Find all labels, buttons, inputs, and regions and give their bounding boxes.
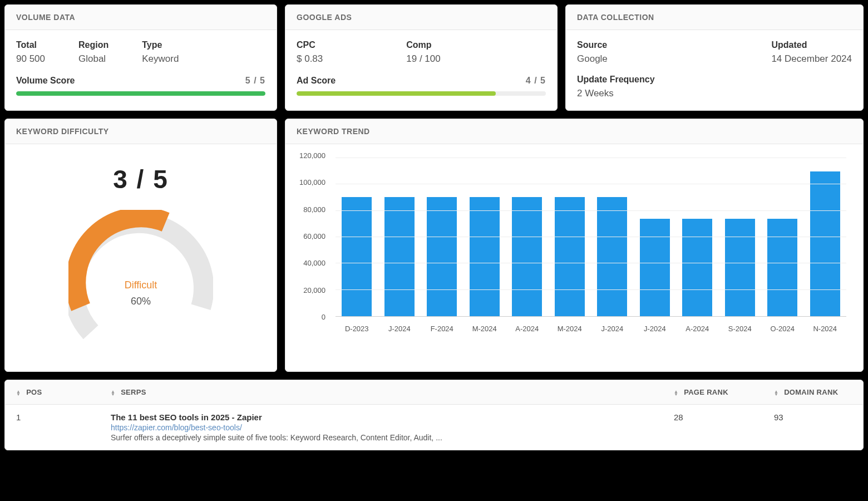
y-tick: 40,000 bbox=[292, 259, 326, 267]
score-value: 5 / 5 bbox=[245, 76, 265, 86]
bar bbox=[555, 197, 585, 316]
keyword-difficulty-card: KEYWORD DIFFICULTY 3 / 5 Difficult 60% bbox=[4, 119, 277, 372]
metric-label: Total bbox=[16, 40, 45, 50]
metric-value: Keyword bbox=[142, 53, 179, 65]
metric-value: 19 / 100 bbox=[406, 53, 440, 65]
x-label: J-2024 bbox=[378, 320, 421, 339]
x-label: S-2024 bbox=[719, 320, 762, 339]
bar-col bbox=[676, 158, 719, 316]
sort-icon: ▲▼ bbox=[774, 390, 778, 396]
bar-col bbox=[591, 158, 634, 316]
score-label: Ad Score bbox=[297, 76, 336, 86]
card-header: GOOGLE ADS bbox=[285, 5, 557, 30]
bar bbox=[640, 219, 670, 316]
bar bbox=[342, 197, 372, 316]
bar bbox=[810, 171, 840, 316]
metric-cpc: CPC $ 0.83 bbox=[297, 40, 323, 65]
metric-label: Updated bbox=[771, 40, 852, 50]
serp-desc: Surfer offers a deceptively simple suite… bbox=[111, 433, 652, 442]
score-label: Volume Score bbox=[16, 76, 75, 86]
cell-pos: 1 bbox=[5, 405, 100, 450]
score-value: 4 / 5 bbox=[526, 76, 546, 86]
sort-icon: ▲▼ bbox=[16, 390, 21, 396]
serp-url[interactable]: https://zapier.com/blog/best-seo-tools/ bbox=[111, 423, 652, 432]
bar-fill bbox=[16, 91, 265, 96]
bar bbox=[470, 197, 500, 316]
card-header: KEYWORD DIFFICULTY bbox=[5, 119, 277, 144]
bar-fill bbox=[297, 91, 496, 96]
bar bbox=[725, 219, 755, 316]
y-tick: 80,000 bbox=[292, 205, 326, 213]
volume-data-card: VOLUME DATA Total 90 500 Region Global T… bbox=[4, 4, 277, 111]
volume-score-bar bbox=[16, 91, 265, 96]
x-label: F-2024 bbox=[421, 320, 463, 339]
col-header-pos[interactable]: ▲▼ POS bbox=[5, 380, 100, 405]
metric-total: Total 90 500 bbox=[16, 40, 45, 65]
metric-value: 90 500 bbox=[16, 53, 45, 65]
y-tick: 100,000 bbox=[292, 178, 326, 186]
bar bbox=[512, 197, 542, 316]
metric-value: 2 Weeks bbox=[577, 88, 852, 99]
x-label: M-2024 bbox=[463, 320, 506, 339]
google-ads-card: GOOGLE ADS CPC $ 0.83 Comp 19 / 100 Ad S… bbox=[285, 4, 558, 111]
metric-comp: Comp 19 / 100 bbox=[406, 40, 440, 65]
sort-icon: ▲▼ bbox=[111, 390, 115, 396]
ad-score-bar bbox=[297, 91, 546, 96]
x-label: J-2024 bbox=[634, 320, 677, 339]
metric-region: Region Global bbox=[78, 40, 108, 65]
metric-value: Global bbox=[78, 53, 108, 65]
x-label: M-2024 bbox=[549, 320, 591, 339]
difficulty-label: Difficult bbox=[125, 279, 157, 291]
metric-label: Region bbox=[78, 40, 108, 50]
x-label: J-2024 bbox=[591, 320, 634, 339]
cell-page-rank: 28 bbox=[663, 405, 763, 450]
cell-serp: The 11 best SEO tools in 2025 - Zapierht… bbox=[100, 405, 663, 450]
bar bbox=[767, 219, 797, 316]
y-tick: 120,000 bbox=[292, 151, 326, 160]
serps-table-card: ▲▼ POS ▲▼ SERPS ▲▼ PAGE RANK ▲▼ DOMAIN R… bbox=[4, 380, 864, 450]
bar-col bbox=[634, 158, 677, 316]
col-header-serps[interactable]: ▲▼ SERPS bbox=[100, 380, 663, 405]
x-label: D-2023 bbox=[336, 320, 378, 339]
metric-value: 14 December 2024 bbox=[771, 53, 852, 65]
bar-col bbox=[463, 158, 506, 316]
col-header-page-rank[interactable]: ▲▼ PAGE RANK bbox=[663, 380, 763, 405]
bar-col bbox=[549, 158, 591, 316]
metric-frequency: Update Frequency 2 Weeks bbox=[577, 75, 852, 99]
bar-col bbox=[421, 158, 463, 316]
metric-label: Source bbox=[577, 40, 608, 50]
card-header: KEYWORD TREND bbox=[285, 119, 863, 144]
y-tick: 60,000 bbox=[292, 232, 326, 240]
bar-col bbox=[761, 158, 804, 316]
bar bbox=[682, 219, 712, 316]
keyword-trend-card: KEYWORD TREND 020,00040,00060,00080,0001… bbox=[285, 119, 864, 372]
metric-type: Type Keyword bbox=[142, 40, 179, 65]
table-row[interactable]: 1The 11 best SEO tools in 2025 - Zapierh… bbox=[5, 405, 863, 450]
metric-label: Update Frequency bbox=[577, 75, 852, 85]
y-tick: 0 bbox=[292, 313, 326, 321]
bar bbox=[427, 197, 457, 316]
difficulty-gauge: Difficult 60% bbox=[68, 210, 213, 355]
bar-col bbox=[804, 158, 847, 316]
col-header-domain-rank[interactable]: ▲▼ DOMAIN RANK bbox=[763, 380, 863, 405]
bar bbox=[597, 197, 627, 316]
x-label: A-2024 bbox=[676, 320, 719, 339]
card-header: VOLUME DATA bbox=[5, 5, 277, 30]
metric-updated: Updated 14 December 2024 bbox=[771, 40, 852, 65]
cell-domain-rank: 93 bbox=[763, 405, 863, 450]
trend-chart: 020,00040,00060,00080,000100,000120,000 … bbox=[291, 150, 852, 339]
serp-title: The 11 best SEO tools in 2025 - Zapier bbox=[111, 412, 652, 422]
metric-value: $ 0.83 bbox=[297, 53, 323, 65]
card-header: DATA COLLECTION bbox=[566, 5, 863, 30]
bar-col bbox=[506, 158, 549, 316]
bar-col bbox=[378, 158, 421, 316]
serps-table: ▲▼ POS ▲▼ SERPS ▲▼ PAGE RANK ▲▼ DOMAIN R… bbox=[5, 380, 863, 450]
sort-icon: ▲▼ bbox=[674, 390, 678, 396]
bar-col bbox=[719, 158, 762, 316]
x-label: A-2024 bbox=[506, 320, 549, 339]
metric-label: Comp bbox=[406, 40, 440, 50]
difficulty-score: 3 / 5 bbox=[16, 164, 265, 194]
bar bbox=[384, 197, 415, 316]
metric-label: Type bbox=[142, 40, 179, 50]
metric-label: CPC bbox=[297, 40, 323, 50]
